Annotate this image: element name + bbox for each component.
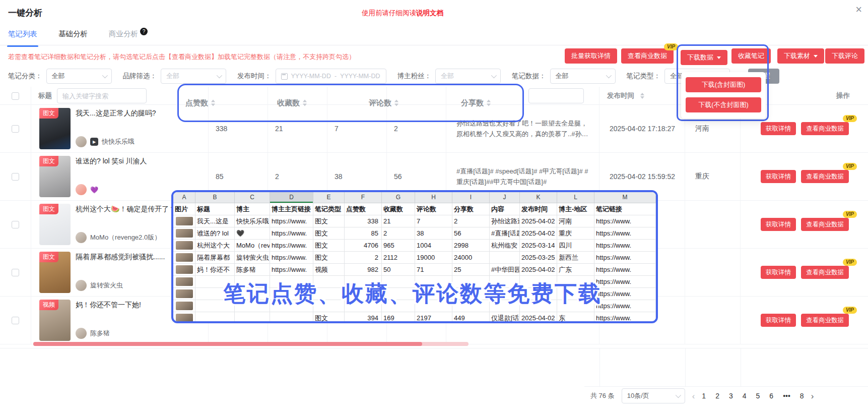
- filter-label: 笔记类型：: [627, 72, 661, 81]
- get-detail-button[interactable]: 获取详情: [761, 122, 796, 135]
- sheet-cell: K: [520, 192, 557, 203]
- note-author[interactable]: ▶ 快快乐乐哦: [76, 136, 203, 147]
- sheet-cell: [173, 276, 195, 288]
- sheet-row: 隔着屏幕都旋转萤火虫https://www.图文2211219000240002…: [173, 252, 656, 264]
- horizontal-scrollbar-thumb[interactable]: [33, 342, 422, 346]
- page-number[interactable]: 4: [743, 392, 747, 400]
- divider: [599, 348, 600, 386]
- sheet-cell: 图文: [313, 312, 345, 323]
- notice-doc-link[interactable]: 说明文档: [416, 9, 443, 17]
- page-number[interactable]: 1: [702, 392, 706, 400]
- date-end-placeholder[interactable]: YYYY-MM-DD: [340, 73, 380, 80]
- view-business-button[interactable]: 查看商业数据: [801, 170, 849, 183]
- download-without-cover-button[interactable]: 下载(不含封面图): [686, 97, 761, 112]
- view-business-button[interactable]: 查看商业数据: [801, 314, 849, 327]
- horizontal-scrollbar-track[interactable]: [33, 342, 469, 346]
- note-thumbnail[interactable]: 视频: [39, 300, 71, 341]
- note-thumbnail[interactable]: 图文: [39, 252, 71, 293]
- chevron-down-icon: [491, 73, 497, 78]
- view-business-data-button[interactable]: 查看商业数据: [621, 48, 674, 64]
- sort-icon[interactable]: [487, 100, 491, 106]
- divider: [584, 386, 868, 387]
- date-range-picker[interactable]: YYYY-MM-DD - YYYY-MM-DD: [276, 69, 386, 84]
- get-detail-button[interactable]: 获取详情: [761, 170, 796, 183]
- prev-page-icon[interactable]: ‹: [692, 392, 695, 400]
- sheet-cell: [173, 240, 195, 252]
- brand-select[interactable]: 全部: [161, 69, 226, 84]
- sheet-cell: MoMo（rev: [235, 240, 270, 252]
- tab-note-list[interactable]: 笔记列表: [8, 29, 37, 47]
- note-thumbnail[interactable]: 图文: [39, 156, 71, 197]
- sheet-cell: 2112: [382, 252, 415, 264]
- sheet-cell: 449: [452, 312, 490, 323]
- sheet-cell: https://www.: [270, 264, 313, 276]
- page-number[interactable]: 8: [800, 392, 804, 400]
- content-search-input[interactable]: [528, 88, 584, 103]
- select-value: 全部: [441, 72, 491, 81]
- get-detail-button[interactable]: 获取详情: [761, 314, 796, 327]
- download-comments-button[interactable]: 下载评论: [825, 48, 864, 64]
- page-number[interactable]: 3: [729, 392, 733, 400]
- sheet-cell: [173, 300, 195, 312]
- page-number[interactable]: 6: [769, 392, 773, 400]
- note-title[interactable]: 谁送的? lol 笑si 川渝人: [76, 157, 203, 166]
- page-number[interactable]: 5: [756, 392, 760, 400]
- sort-icon[interactable]: [211, 100, 215, 106]
- page-number[interactable]: •••: [783, 392, 790, 400]
- next-page-icon[interactable]: ›: [811, 392, 814, 400]
- time-header: 发布时间: [607, 91, 634, 100]
- get-detail-button[interactable]: 获取详情: [761, 266, 796, 279]
- view-business-button[interactable]: 查看商业数据: [801, 266, 849, 279]
- row-checkbox[interactable]: [12, 269, 19, 276]
- header-label: 点赞数: [185, 98, 208, 108]
- note-thumbnail[interactable]: 图文: [39, 108, 71, 149]
- sheet-cell: 陈多猪: [235, 264, 270, 276]
- close-icon[interactable]: ×: [855, 4, 862, 15]
- row-checkbox[interactable]: [12, 317, 19, 324]
- get-detail-button[interactable]: 获取详情: [761, 218, 796, 231]
- sheet-cell: 图文: [313, 252, 345, 264]
- page-number[interactable]: 2: [715, 392, 719, 400]
- sheet-row: 图片标题博主博主主页链接笔记类型点赞数收藏数评论数分享数内容发布时间博主-地区笔…: [173, 203, 656, 215]
- note-category-select[interactable]: 全部: [46, 69, 112, 84]
- note-thumbnail[interactable]: 图文: [39, 204, 71, 245]
- sort-icon[interactable]: [303, 100, 307, 106]
- help-icon[interactable]: ?: [140, 28, 148, 35]
- sort-icon[interactable]: [640, 93, 644, 99]
- sheet-cell: [270, 312, 313, 323]
- author-name: 陈多猪: [90, 329, 110, 338]
- sheet-cell: [173, 215, 195, 227]
- note-data-select[interactable]: 全部: [550, 69, 616, 84]
- select-all-checkbox[interactable]: [12, 92, 19, 100]
- tab-basic-analysis[interactable]: 基础分析: [58, 29, 88, 47]
- date-start-placeholder[interactable]: YYYY-MM-DD: [291, 73, 331, 80]
- chevron-down-icon: [102, 73, 107, 78]
- row-checkbox[interactable]: [12, 125, 19, 133]
- download-with-cover-button[interactable]: 下载(含封面图): [686, 77, 761, 92]
- note-author[interactable]: 陈多猪: [76, 328, 203, 339]
- keyword-search-input[interactable]: [57, 88, 147, 103]
- row-actions: 获取详情 查看商业数据 VIP: [741, 249, 868, 296]
- row-checkbox[interactable]: [12, 173, 19, 181]
- notice-text: 使用前请仔细阅读: [362, 9, 416, 17]
- page-size-select[interactable]: 10条/页: [622, 388, 685, 403]
- view-business-button[interactable]: 查看商业数据: [801, 122, 849, 135]
- sheet-cell: 笔记链接: [594, 203, 656, 215]
- sort-icon[interactable]: [394, 100, 398, 106]
- sheet-cell: 🖤: [235, 227, 270, 240]
- sheet-cell: G: [382, 192, 415, 203]
- tab-business-analysis[interactable]: 商业分析?: [109, 29, 148, 47]
- row-actions: 获取详情 查看商业数据 VIP: [741, 153, 868, 200]
- batch-detail-button[interactable]: 批量获取详情: [565, 48, 617, 64]
- row-checkbox[interactable]: [12, 221, 19, 228]
- row-actions: 获取详情 查看商业数据 VIP: [741, 297, 868, 344]
- filter-label: 品牌筛选：: [123, 72, 157, 81]
- total-count: 共 76 条: [590, 391, 615, 400]
- sheet-cell: https://www.: [594, 252, 656, 264]
- follower-select[interactable]: 全部: [435, 69, 501, 84]
- download-material-button[interactable]: 下载素材: [777, 48, 824, 64]
- free-download-caption: 笔记点赞、收藏、评论数等免费下载: [198, 279, 627, 309]
- download-data-button[interactable]: 下载数据: [681, 50, 727, 65]
- view-business-button[interactable]: 查看商业数据: [801, 218, 849, 231]
- action-header: 操作: [836, 91, 850, 100]
